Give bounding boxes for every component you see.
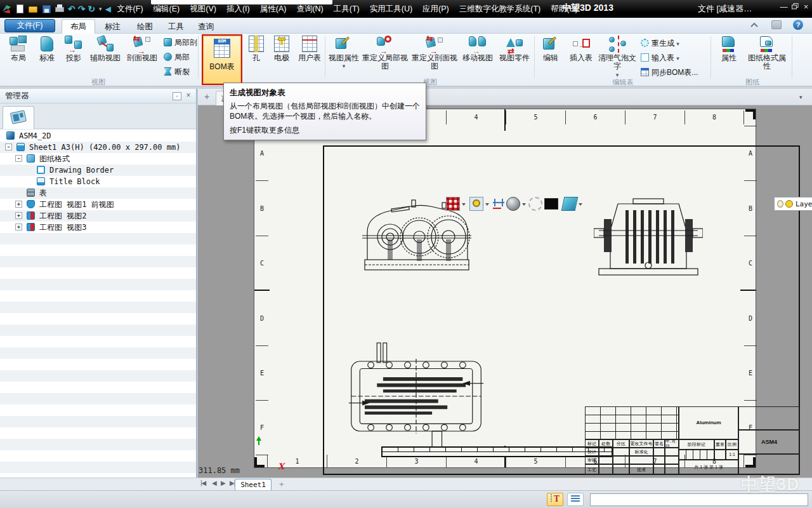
tree-item-table[interactable]: 表	[0, 187, 196, 199]
new-file-icon[interactable]	[15, 4, 25, 15]
tree-item-view2[interactable]: + 工程图 视图2	[0, 210, 196, 222]
ribbon-button-auxiliary-view[interactable]: 辅助视图	[88, 36, 123, 77]
prev-sheet-button[interactable]: ◀	[212, 479, 216, 486]
tree-item-title-block[interactable]: Title Block	[0, 176, 196, 187]
save-icon[interactable]	[41, 4, 52, 15]
tree-item-drawing-border[interactable]: Drawing Border	[0, 164, 196, 176]
shading-mode-icon[interactable]	[506, 197, 520, 211]
ribbon-button-regen[interactable]: 重生成 ▾	[641, 36, 679, 50]
tab-draw[interactable]: 绘图	[129, 20, 161, 34]
ribbon-button-local-section[interactable]: 局部剖	[164, 36, 197, 50]
manager-float-button[interactable]: ▫	[173, 92, 181, 100]
tree-item-view1[interactable]: + 工程图 视图1 前视图	[0, 199, 196, 210]
ribbon-button-local[interactable]: 局部	[164, 50, 190, 64]
tab-list-dropdown-icon[interactable]: ▾	[799, 94, 802, 100]
front-view-drawing[interactable]	[353, 197, 480, 277]
app-logo-icon[interactable]	[1, 4, 12, 15]
menu-insert[interactable]: 插入(I)	[221, 4, 255, 15]
sheet-tab-sheet1[interactable]: Sheet1	[235, 479, 272, 491]
shading-dropdown-icon[interactable]	[522, 203, 526, 208]
collapse-toggle[interactable]: -	[5, 144, 12, 150]
add-sheet-button[interactable]: +	[279, 479, 284, 489]
ribbon-button-view-part[interactable]: ⇄ 视图零件	[497, 36, 532, 77]
close-button[interactable]: ×	[801, 3, 811, 12]
list-output-button[interactable]	[567, 493, 584, 506]
ribbon-button-edit-table[interactable]: 编辑	[537, 36, 565, 77]
minimize-ribbon-icon[interactable]	[750, 21, 759, 30]
refresh-icon[interactable]: ↻	[88, 4, 95, 14]
undo-icon[interactable]: ↶	[68, 4, 75, 14]
quick-access-dropdown-icon[interactable]: ▼	[98, 6, 103, 12]
menu-view[interactable]: 视图(V)	[185, 4, 221, 15]
ribbon-button-broken[interactable]: 断裂	[164, 65, 190, 79]
manager-close-button[interactable]: ×	[184, 92, 193, 100]
text-filter-button[interactable]: T	[547, 493, 563, 506]
hidden-line-icon[interactable]	[528, 197, 542, 211]
ribbon-button-standard[interactable]: 标准	[34, 36, 60, 77]
drawing-canvas[interactable]: + 减速器 ▾ 1 2 3 4 5 6 7 8 1 2 3 4 5 6 7 8 …	[198, 89, 812, 478]
ribbon-button-electrode-table[interactable]: 电极	[269, 36, 294, 77]
collapse-toggle[interactable]: -	[15, 155, 22, 162]
side-view-drawing[interactable]	[594, 194, 703, 277]
top-view-drawing[interactable]	[346, 341, 486, 450]
view-attributes-dropdown-icon[interactable]: ▾	[327, 62, 360, 70]
drawing-sheet[interactable]: 1 2 3 4 5 6 7 8 1 2 3 4 5 6 7 8 A B C D …	[254, 109, 756, 468]
pattern-display-icon[interactable]	[446, 197, 460, 211]
layer-selector[interactable]: Layer0000 ▾	[774, 197, 812, 211]
ribbon-button-view-attributes[interactable]: 视图属性 ▾	[327, 36, 360, 77]
restore-button[interactable]	[790, 3, 800, 12]
surface-display-icon[interactable]	[561, 197, 579, 211]
ribbon-button-redefine-section-view[interactable]: ⇆ → 重定义剖面视图	[411, 36, 458, 77]
minimize-button[interactable]: —	[779, 3, 789, 12]
menu-3d-teaching-system[interactable]: 三维数字化教学系统(T)	[454, 4, 546, 15]
menu-attributes[interactable]: 属性(A)	[255, 4, 292, 15]
ribbon-button-sheet-format-attributes[interactable]: 图纸格式属性	[746, 36, 788, 77]
ribbon-button-section-view[interactable]: ⇆ → 剖面视图	[124, 36, 160, 77]
color-ring-icon[interactable]	[469, 197, 483, 211]
expand-toggle[interactable]: +	[15, 212, 22, 219]
ribbon-button-insert-table[interactable]: → 插入表	[566, 36, 596, 77]
help-icon[interactable]: ?	[793, 20, 803, 30]
next-sheet-button[interactable]: ▶	[221, 479, 225, 486]
ribbon-button-move-view[interactable]: → 移动视图	[461, 36, 495, 77]
menu-applications[interactable]: 应用(P)	[417, 4, 454, 15]
collapse-toolbar-icon[interactable]: ◀	[105, 5, 110, 13]
style-icon[interactable]	[771, 20, 782, 29]
manager-tab-sheet[interactable]	[3, 106, 34, 129]
ribbon-button-bom-table[interactable]: BOM BOM表	[203, 36, 241, 84]
menu-inquire[interactable]: 查询(N)	[291, 4, 328, 15]
regen-dropdown-icon[interactable]: ▾	[676, 41, 679, 47]
ribbon-file-button[interactable]: 文件(F)	[4, 19, 55, 32]
title-block[interactable]: 标记 处数 分区 更改文件号 签名 年.月.日 设计 标准化 审核 工艺	[585, 406, 800, 475]
menu-tools[interactable]: 工具(T)	[329, 4, 365, 15]
tab-annotate[interactable]: 标注	[96, 20, 129, 34]
surface-dropdown-icon[interactable]	[579, 203, 582, 208]
tab-layout[interactable]: 布局	[62, 19, 95, 34]
ribbon-button-hole-table[interactable]: 孔	[245, 36, 268, 77]
ribbon-button-redefine-local-view[interactable]: → 重定义局部视图	[362, 36, 409, 77]
ribbon-button-attributes[interactable]: 属性	[714, 36, 743, 77]
ribbon-button-clean-balloon-text[interactable]: 清理气泡文字 ▾	[598, 36, 637, 77]
tree-item-sheet1[interactable]: - Sheet1 A3(H) (420.00 x 297.00 mm)	[0, 142, 196, 153]
color-dropdown-icon[interactable]	[485, 203, 489, 208]
ribbon-button-projection[interactable]: → 投影	[61, 36, 86, 77]
tree-item-view3[interactable]: + 工程图 视图3	[0, 222, 196, 233]
menu-utilities[interactable]: 实用工具(U)	[365, 4, 417, 15]
menu-file[interactable]: 文件(F)	[112, 4, 148, 15]
tab-tools[interactable]: 工具	[160, 20, 192, 34]
tree-item-root[interactable]: ASM4_2D	[0, 130, 196, 142]
print-icon[interactable]	[55, 4, 65, 15]
ribbon-button-layout[interactable]: 布局	[4, 36, 33, 77]
redo-icon[interactable]: ↷	[78, 4, 86, 14]
new-document-tab-button[interactable]: +	[204, 91, 209, 102]
first-sheet-button[interactable]: |◀	[200, 479, 206, 486]
align-icon[interactable]	[492, 197, 506, 211]
tab-inquire[interactable]: 查询	[190, 20, 222, 34]
ribbon-button-import-table[interactable]: 输入表 ▾	[641, 51, 679, 65]
import-table-dropdown-icon[interactable]: ▾	[676, 55, 679, 62]
open-file-icon[interactable]	[28, 4, 39, 15]
ribbon-button-user-table[interactable]: 用户表	[296, 36, 324, 77]
background-color-swatch[interactable]	[544, 198, 558, 210]
menu-edit[interactable]: 编辑(E)	[148, 4, 185, 15]
tree-item-sheet-format[interactable]: - 图纸格式	[0, 153, 196, 164]
